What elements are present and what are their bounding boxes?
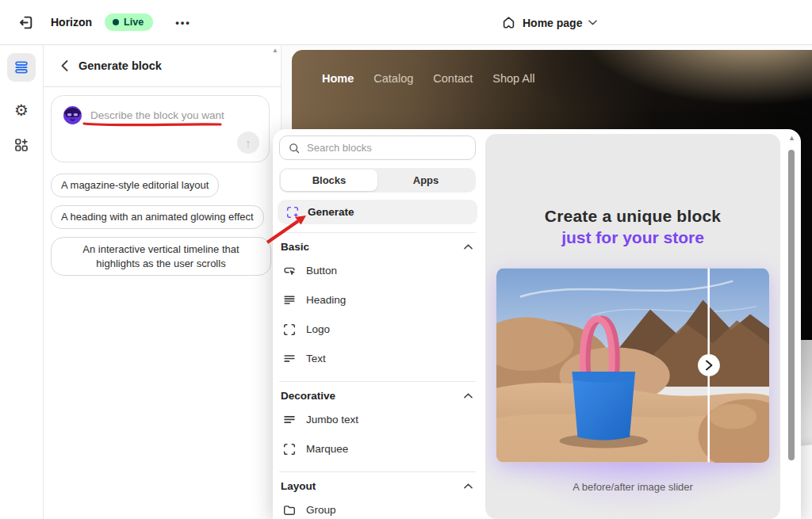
promo-caption: A before/after image slider xyxy=(485,481,780,493)
generate-block-panel: Generate block ▲ ↑ xyxy=(44,45,282,519)
generate-sparkle-icon xyxy=(285,205,300,219)
block-item-marquee[interactable]: Marquee xyxy=(278,434,477,464)
more-actions-button[interactable]: ••• xyxy=(175,17,191,29)
block-item-heading[interactable]: Heading xyxy=(278,285,477,315)
panel-title: Generate block xyxy=(79,59,162,72)
store-nav-catalog[interactable]: Catalog xyxy=(373,72,413,85)
block-item-group[interactable]: Group xyxy=(278,495,477,519)
group-folder-icon xyxy=(282,503,297,517)
add-block-popup: Blocks Apps Generate Basic xyxy=(273,129,801,519)
suggestion-chip-glowing-heading[interactable]: A heading with an animated glowing effec… xyxy=(51,205,264,229)
section-header-decorative[interactable]: Decorative xyxy=(278,382,477,405)
chevron-up-icon xyxy=(464,483,473,489)
suggestion-chip-editorial[interactable]: A magazine-style editorial layout xyxy=(51,174,219,197)
ai-sidekick-avatar-icon xyxy=(63,105,82,125)
apps-icon xyxy=(13,137,29,153)
rail-apps-button[interactable] xyxy=(7,131,36,159)
tab-blocks[interactable]: Blocks xyxy=(281,170,377,191)
popup-scrollbar: ▲ xyxy=(787,134,795,519)
store-nav-home[interactable]: Home xyxy=(322,72,354,85)
page-selector-dropdown[interactable]: Home page xyxy=(501,0,597,45)
suggestion-chip-timeline[interactable]: An interactive vertical timeline that hi… xyxy=(51,237,271,276)
popup-scroll-up-arrow[interactable]: ▲ xyxy=(788,134,795,142)
section-header-basic[interactable]: Basic xyxy=(278,233,477,256)
before-after-slider-demo[interactable] xyxy=(496,268,769,463)
exit-editor-button[interactable] xyxy=(14,11,36,33)
theme-name: Horizon xyxy=(51,16,92,29)
chevron-up-icon xyxy=(464,244,473,250)
generate-menu-item[interactable]: Generate xyxy=(278,200,477,224)
desert-bag-photo xyxy=(496,268,769,463)
chevron-down-icon xyxy=(588,20,597,25)
home-icon xyxy=(501,15,516,30)
rail-settings-button[interactable]: ⚙ xyxy=(7,96,36,124)
popup-scrollbar-thumb[interactable] xyxy=(788,150,795,460)
block-item-button[interactable]: Button xyxy=(278,256,477,285)
store-nav-contact[interactable]: Contact xyxy=(433,72,473,85)
gear-icon: ⚙ xyxy=(14,101,29,120)
blocks-apps-segmented-control: Blocks Apps xyxy=(279,168,476,193)
block-list-column: Blocks Apps Generate Basic xyxy=(278,134,477,519)
tab-apps[interactable]: Apps xyxy=(377,170,474,191)
heading-icon xyxy=(282,293,297,307)
marquee-icon xyxy=(282,442,297,456)
sections-icon xyxy=(13,59,29,75)
store-nav-shop-all[interactable]: Shop All xyxy=(492,72,534,85)
block-item-logo[interactable]: Logo xyxy=(278,315,477,344)
chevron-up-icon xyxy=(464,393,473,399)
back-button[interactable] xyxy=(55,56,74,75)
section-header-layout[interactable]: Layout xyxy=(278,472,477,495)
jumbo-text-icon xyxy=(282,413,297,427)
panel-header: Generate block ▲ xyxy=(44,45,281,87)
promo-heading-line2: just for your store xyxy=(485,228,780,247)
promo-heading-line1: Create a unique block xyxy=(485,207,780,226)
describe-block-card: ↑ xyxy=(51,95,270,162)
block-item-jumbo-text[interactable]: Jumbo text xyxy=(278,405,477,434)
live-status-badge: Live xyxy=(105,13,153,31)
text-icon xyxy=(282,352,297,366)
live-badge-label: Live xyxy=(124,17,144,28)
panel-scroll-up-arrow[interactable]: ▲ xyxy=(272,47,278,54)
page-selector-label: Home page xyxy=(523,17,582,29)
rail-sections-button[interactable] xyxy=(7,53,36,82)
logo-icon xyxy=(282,322,297,337)
exit-icon xyxy=(17,14,34,31)
submit-prompt-button[interactable]: ↑ xyxy=(237,132,259,154)
generate-menu-label: Generate xyxy=(308,206,354,218)
block-item-text[interactable]: Text xyxy=(278,344,477,373)
editor-rail: ⚙ xyxy=(0,45,44,519)
theme-editor-window: Horizon Live ••• Home page xyxy=(0,0,812,519)
describe-block-input[interactable] xyxy=(90,109,259,121)
live-dot-icon xyxy=(113,19,119,25)
store-nav: Home Catalog Contact Shop All xyxy=(322,72,534,85)
search-blocks-box xyxy=(279,135,476,160)
topbar: Horizon Live ••• Home page xyxy=(0,0,812,45)
generate-promo-panel: Create a unique block just for your stor… xyxy=(485,134,780,519)
arrow-up-icon: ↑ xyxy=(245,136,251,150)
search-blocks-input[interactable] xyxy=(307,142,467,154)
search-icon xyxy=(288,142,301,155)
button-icon xyxy=(282,264,297,278)
